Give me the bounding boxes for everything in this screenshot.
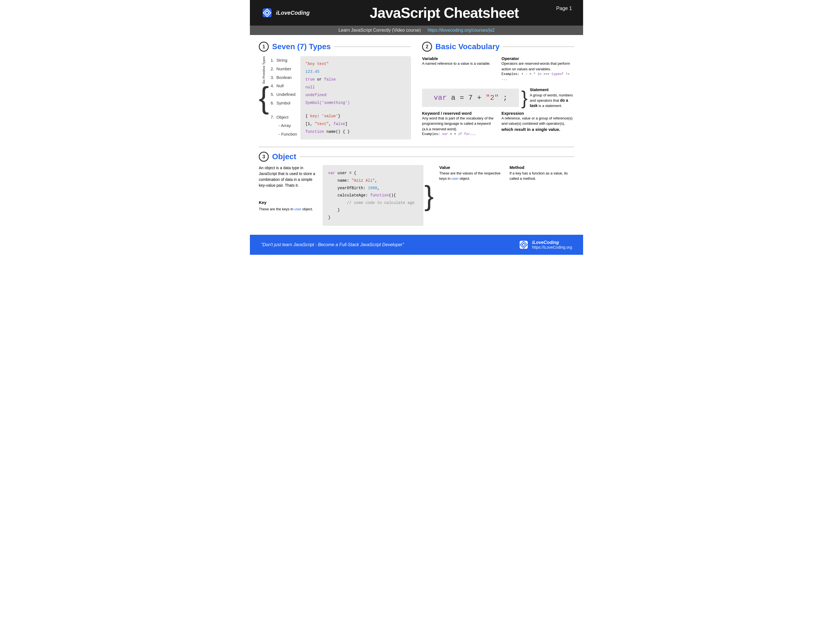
operator-text: Operators are reserved-words that perfor…	[502, 61, 574, 72]
value-text: These are the values of the respective k…	[439, 171, 504, 181]
logo-text: iLoveCoding	[276, 10, 310, 16]
obj-code-line-2: name: "Aziz Ali",	[328, 177, 418, 185]
top-sections: 1 Seven (7) Types Six Primitive Types { …	[259, 42, 574, 140]
header: iLoveCoding JavaScript Cheatsheet Page 1	[250, 0, 583, 26]
key-label: Key	[259, 200, 317, 206]
list-item: 6. Symbol	[271, 99, 297, 108]
code-line-null: null	[306, 83, 406, 91]
section1-title: Seven (7) Types	[272, 42, 331, 51]
section-vocabulary: 2 Basic Vocabulary Variable A named refe…	[422, 42, 574, 140]
list-item: 4. Null	[271, 82, 297, 90]
list-item: - Function	[271, 130, 297, 138]
object-code-wrapper: var user = { name: "Aziz Ali", yearOfBir…	[323, 165, 434, 225]
section2-divider	[503, 47, 574, 47]
vocab-bottom-row: Keyword / reserved word Any word that is…	[422, 111, 574, 140]
page-title: JavaScript Cheatsheet	[317, 5, 572, 21]
obj-code-line-5: // some code to calculate age	[328, 199, 418, 207]
page-number: Page 1	[556, 6, 572, 11]
obj-code-line-1: var user = {	[328, 169, 418, 177]
section3-header: 3 Object	[259, 152, 574, 162]
obj-code-line-6: }	[328, 206, 418, 214]
left-brace: {	[259, 82, 269, 113]
method-label: Method	[510, 165, 574, 170]
types-list-area: Six Primitive Types { 1. String 2. Numbe…	[259, 56, 297, 140]
var-a: a	[451, 93, 460, 102]
list-item: 3. Boolean	[271, 73, 297, 82]
section-types: 1 Seven (7) Types Six Primitive Types { …	[259, 42, 411, 140]
footer-url: https://iLoveCoding.org	[532, 245, 572, 250]
operator-label: Operator	[502, 56, 574, 61]
keyword-label: Keyword / reserved word	[422, 111, 495, 116]
obj-code-line-4: calculateAge: function(){	[328, 192, 418, 199]
course-link[interactable]: https://ilovecoding.org/courses/js2	[428, 28, 495, 32]
code-line-object: { key: 'value'}	[306, 112, 406, 120]
types-list: 1. String 2. Number 3. Boolean 4. Null 5…	[271, 56, 297, 138]
keyword-text: Any word that is part of the vocabulary …	[422, 116, 495, 132]
code-line-array: [1, "text", false]	[306, 120, 406, 128]
footer-logo-text-area: iLoveCoding https://iLoveCoding.org	[532, 240, 572, 250]
vocab-code-statement: var a = 7 + "2" ;	[422, 89, 519, 107]
subheader-text: Learn JavaScript Correctly (Video course…	[338, 28, 421, 32]
list-item: 5. Undefined	[271, 90, 297, 99]
list-item: 1. String	[271, 56, 297, 65]
object-center: var user = { name: "Aziz Ali", yearOfBir…	[323, 165, 434, 225]
expression-text: A reference, value or a group of referen…	[502, 116, 574, 133]
svg-point-3	[266, 12, 268, 14]
statement-label: Statement	[530, 87, 549, 92]
obj-code-line-7: }	[328, 214, 418, 221]
list-item: 7. Object	[271, 113, 297, 122]
code-line-number: 123.45	[306, 68, 406, 76]
right-brace-stmt: }	[521, 89, 527, 107]
variable-desc: Variable A named reference to a value is…	[422, 56, 495, 82]
eq-op: =	[460, 93, 468, 102]
footer-logo: iLoveCoding https://iLoveCoding.org	[518, 239, 572, 250]
footer: "Don't just learn JavaScript - Become a …	[250, 235, 583, 255]
method-annotation: Method If a key has a function as a valu…	[510, 165, 574, 181]
code-line-undefined: undefined	[306, 91, 406, 99]
footer-logo-name: iLoveCoding	[532, 240, 572, 245]
section1-num: 1	[259, 42, 269, 52]
vocab-top-row: Variable A named reference to a value is…	[422, 56, 574, 85]
plus-op: +	[477, 93, 486, 102]
section2-num: 2	[422, 42, 432, 52]
key-annotation: Key These are the keys in user object.	[259, 200, 317, 212]
statement-label-area: Statement A group of words, numbers and …	[530, 87, 574, 109]
str-2: "2"	[486, 93, 499, 102]
types-code-box: "Any text" 123.45 true or false null und…	[301, 56, 411, 140]
code-line-string: "Any text"	[306, 60, 406, 68]
key-user-link: user	[294, 207, 301, 211]
expression-label: Expression	[502, 111, 574, 116]
num-7: 7	[468, 93, 477, 102]
object-left: An object is a data type in JavaScript t…	[259, 165, 317, 212]
section2-title: Basic Vocabulary	[436, 42, 500, 51]
code-line-bool: true or false	[306, 76, 406, 83]
section3-divider	[300, 156, 574, 157]
object-description: An object is a data type in JavaScript t…	[259, 165, 317, 188]
vocab-statement-area: var a = 7 + "2" ; } Statement A group of…	[422, 87, 574, 109]
logo-area: iLoveCoding	[261, 6, 317, 19]
list-item: - Array	[271, 121, 297, 130]
var-keyword: var	[434, 93, 447, 102]
key-text: These are the keys in user object.	[259, 206, 317, 212]
keyword-examples: Examples: var = + if for...	[422, 132, 495, 137]
obj-code-line-3: yearOfBirth: 1988,	[328, 185, 418, 192]
section3-body: An object is a data type in JavaScript t…	[259, 165, 574, 225]
keyword-desc: Keyword / reserved word Any word that is…	[422, 111, 495, 137]
list-item: 2. Number	[271, 65, 297, 73]
section1-divider	[334, 47, 411, 47]
section1-header: 1 Seven (7) Types	[259, 42, 411, 52]
variable-label: Variable	[422, 56, 495, 61]
code-spacer	[306, 107, 406, 112]
value-user-link: user	[452, 176, 458, 180]
types-content: Six Primitive Types { 1. String 2. Numbe…	[259, 56, 411, 140]
section3-num: 3	[259, 152, 269, 162]
code-line-symbol: Symbol('something')	[306, 99, 406, 107]
method-text: If a key has a function as a value, its …	[510, 171, 574, 181]
value-annotation: Value These are the values of the respec…	[439, 165, 504, 181]
section2-header: 2 Basic Vocabulary	[422, 42, 574, 52]
semicolon: ;	[503, 93, 508, 102]
main-content: 1 Seven (7) Types Six Primitive Types { …	[250, 35, 583, 233]
section3-title: Object	[272, 152, 296, 161]
operator-examples: Examples: + - = * in === typeof != ...	[502, 72, 574, 82]
object-brace-right: }	[425, 182, 434, 209]
